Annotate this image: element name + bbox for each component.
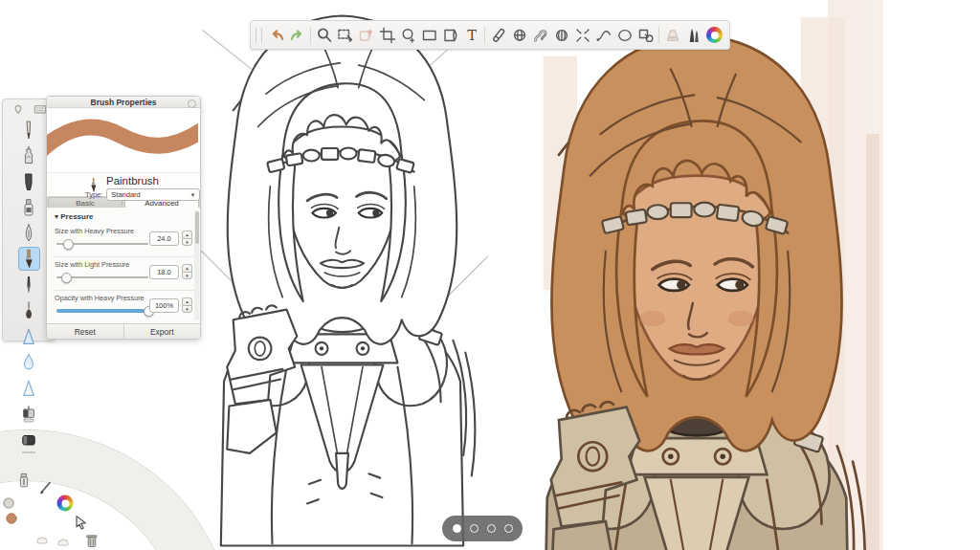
panel-scrollbar[interactable]: [194, 210, 199, 320]
brush-type-dropdown[interactable]: Standard ▼: [106, 188, 200, 201]
text-icon[interactable]: T: [461, 25, 481, 45]
stepper-up-icon[interactable]: ▲: [182, 264, 192, 272]
hose-icon[interactable]: [530, 25, 550, 45]
sketch-artwork: [167, 0, 517, 547]
strip-resize-handle[interactable]: [22, 451, 35, 453]
stepper-up-icon[interactable]: ▲: [182, 231, 192, 238]
toolbar-separator: [310, 27, 311, 44]
ink-tube-icon[interactable]: [15, 472, 33, 493]
zoom-icon[interactable]: [314, 25, 334, 45]
cloud-icon[interactable]: [34, 531, 52, 550]
section-caret-icon: ▾: [55, 212, 58, 221]
transform-disabled-icon: [356, 25, 376, 45]
pod-color-wheel-glyph: [57, 495, 74, 512]
dropdown-caret-icon: ▼: [189, 192, 195, 198]
brush-pair-icon[interactable]: [683, 25, 703, 45]
brush-name: Paintbrush: [106, 175, 159, 187]
slider-stepper[interactable]: ▲▼: [182, 231, 192, 246]
slider-value[interactable]: 24.0: [149, 231, 179, 246]
circle-plus-icon[interactable]: [398, 25, 418, 45]
slider-row: Opacity with Heavy Pressure100%▲▼: [55, 290, 194, 323]
color-wheel-glyph: [706, 27, 723, 43]
tool-airbrush[interactable]: [18, 143, 40, 167]
slider-row: Size with Heavy Pressure24.0▲▼: [55, 224, 194, 256]
slider-fill: [56, 309, 148, 312]
stepper-down-icon[interactable]: ▼: [182, 238, 192, 247]
sphere-grid-icon[interactable]: [509, 25, 529, 45]
color-dot-icon[interactable]: [3, 510, 20, 531]
toolbar-separator: [658, 27, 659, 44]
tool-pen-nib[interactable]: [18, 221, 40, 245]
slider-track[interactable]: [56, 242, 148, 245]
panel-title-bar[interactable]: Brush Properties: [47, 97, 200, 108]
canvas-wash-band: [828, 0, 883, 550]
slider-value[interactable]: 18.0: [149, 265, 179, 279]
toolbar-drag-handle[interactable]: [256, 28, 262, 43]
crop-icon[interactable]: [377, 25, 397, 45]
trash-icon[interactable]: [83, 532, 100, 550]
top-toolbar: T: [250, 20, 730, 50]
svg-text:T: T: [467, 28, 477, 43]
shape-select-icon[interactable]: [635, 25, 656, 45]
ellipse-icon[interactable]: [614, 25, 635, 45]
rectangle-icon[interactable]: [419, 25, 439, 45]
page-dot-1[interactable]: [453, 524, 461, 533]
redo-icon[interactable]: [287, 25, 307, 45]
pin-icon[interactable]: [10, 102, 25, 116]
curve-icon[interactable]: [593, 25, 613, 45]
undo-icon[interactable]: [266, 25, 286, 45]
reset-button[interactable]: Reset: [47, 324, 124, 339]
tool-water-drop[interactable]: [18, 350, 40, 374]
pod-wheel-icon[interactable]: [57, 495, 74, 516]
tool-paint-tube[interactable]: [18, 428, 40, 451]
stepper-down-icon[interactable]: ▼: [182, 272, 192, 280]
brush-stroke-preview: [47, 108, 200, 173]
stepper-down-icon[interactable]: ▼: [182, 305, 192, 314]
eraser-icon[interactable]: [488, 25, 508, 45]
page-dot-4[interactable]: [504, 524, 513, 533]
export-button[interactable]: Export: [124, 324, 201, 339]
slider-track[interactable]: [56, 275, 148, 278]
stroke-preview-art: [47, 108, 198, 172]
brush-properties-panel: Brush Properties Paintbrush Type: Standa…: [46, 96, 201, 340]
tool-palette-knife[interactable]: [18, 324, 40, 348]
tool-fountain-pen[interactable]: [18, 273, 40, 297]
slider-track[interactable]: [56, 309, 148, 312]
painted-artwork: [476, 8, 918, 550]
tool-marker[interactable]: [18, 169, 40, 193]
pod-brush-icon[interactable]: [37, 479, 55, 500]
tool-wet-brush[interactable]: [18, 298, 40, 322]
slider-value[interactable]: 100%: [149, 298, 179, 313]
tool-pencil[interactable]: [18, 118, 40, 142]
panel-content: ▾ Pressure Size with Heavy Pressure24.0▲…: [47, 208, 200, 323]
pressure-section-header[interactable]: ▾ Pressure: [55, 208, 194, 224]
slider-row: Size with Light Pressure18.0▲▼: [55, 256, 194, 290]
slider-stepper[interactable]: ▲▼: [182, 297, 192, 313]
cloud-icon[interactable]: [56, 533, 73, 550]
stepper-up-icon[interactable]: ▲: [182, 297, 192, 305]
select-marquee-icon[interactable]: [335, 25, 355, 45]
brush-type-value: Standard: [111, 190, 140, 199]
tool-knife-outline[interactable]: [18, 376, 40, 400]
stamp-icon: [662, 25, 682, 45]
tool-paintbrush[interactable]: [18, 247, 40, 271]
page-indicator: [442, 516, 523, 541]
tool-ink-bottle[interactable]: [18, 195, 40, 219]
slider-thumb[interactable]: [63, 239, 74, 250]
close-icon[interactable]: [188, 99, 196, 108]
slider-thumb[interactable]: [61, 273, 72, 283]
canvas-wash-band-2: [866, 134, 880, 550]
slider-stepper[interactable]: ▲▼: [182, 264, 192, 279]
section-title: Pressure: [60, 212, 93, 221]
tool-paint-roller[interactable]: [18, 402, 40, 426]
page-curl-icon[interactable]: [440, 25, 460, 45]
scatter-icon[interactable]: [572, 25, 592, 45]
type-label: Type:: [85, 190, 102, 199]
scrollbar-thumb[interactable]: [195, 211, 199, 244]
color-wheel-icon[interactable]: [704, 25, 724, 45]
page-dot-2[interactable]: [470, 524, 479, 533]
panel-title: Brush Properties: [91, 98, 157, 107]
striped-sphere-icon[interactable]: [551, 25, 571, 45]
page-dot-3[interactable]: [487, 524, 496, 533]
toolbar-separator: [484, 27, 485, 44]
